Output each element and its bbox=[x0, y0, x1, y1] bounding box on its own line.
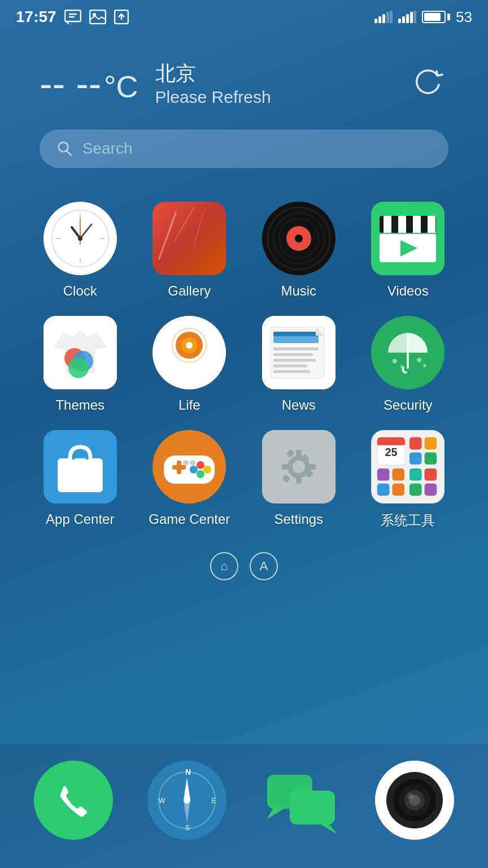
themes-icon bbox=[43, 316, 117, 389]
svg-rect-39 bbox=[413, 216, 421, 233]
svg-rect-97 bbox=[425, 437, 437, 450]
svg-rect-40 bbox=[428, 216, 435, 233]
svg-point-74 bbox=[197, 461, 204, 469]
svg-rect-83 bbox=[296, 450, 302, 458]
clock-icon bbox=[43, 202, 117, 275]
appcenter-icon bbox=[43, 430, 117, 504]
svg-rect-98 bbox=[409, 452, 422, 465]
svg-point-82 bbox=[293, 461, 305, 473]
svg-point-78 bbox=[183, 460, 189, 466]
search-icon bbox=[56, 140, 73, 158]
svg-point-77 bbox=[190, 466, 198, 474]
svg-rect-17 bbox=[413, 11, 416, 23]
svg-rect-99 bbox=[425, 452, 437, 465]
svg-point-34 bbox=[295, 235, 303, 242]
search-bar[interactable] bbox=[40, 129, 448, 168]
svg-marker-119 bbox=[267, 809, 284, 819]
status-left: 17:57 bbox=[16, 8, 129, 26]
svg-point-50 bbox=[186, 342, 193, 349]
svg-point-76 bbox=[197, 470, 204, 478]
dock-phone[interactable] bbox=[34, 761, 113, 840]
svg-point-46 bbox=[68, 358, 89, 378]
search-input[interactable] bbox=[82, 140, 432, 158]
app-label-clock: Clock bbox=[63, 283, 97, 299]
svg-point-65 bbox=[417, 358, 421, 362]
app-item-videos[interactable]: Videos bbox=[356, 202, 460, 299]
app-item-settings[interactable]: Settings bbox=[247, 430, 351, 530]
svg-rect-9 bbox=[378, 16, 381, 23]
chat-icon bbox=[264, 763, 338, 837]
app-item-systemtools[interactable]: 25 系统工具 bbox=[356, 430, 460, 530]
weather-info: 北京 Please Refresh bbox=[155, 60, 392, 107]
app-label-gallery: Gallery bbox=[168, 283, 211, 299]
security-icon bbox=[371, 316, 445, 389]
dock-camera[interactable] bbox=[375, 761, 454, 840]
compass-icon: N S W E bbox=[150, 763, 224, 837]
svg-rect-60 bbox=[273, 370, 310, 373]
svg-rect-105 bbox=[393, 484, 405, 496]
app-grid: Clock Gallery Music bbox=[0, 190, 488, 541]
signal2-icon bbox=[398, 11, 416, 23]
svg-rect-101 bbox=[393, 468, 405, 481]
svg-point-67 bbox=[423, 364, 426, 367]
svg-text:E: E bbox=[211, 797, 216, 805]
svg-rect-55 bbox=[273, 332, 319, 336]
svg-point-66 bbox=[400, 365, 404, 368]
temp-display: -- -- °C bbox=[40, 62, 138, 106]
page-indicator: ⌂ A bbox=[0, 552, 488, 580]
svg-rect-57 bbox=[273, 353, 313, 356]
svg-rect-73 bbox=[177, 461, 181, 474]
battery-icon bbox=[422, 11, 450, 23]
svg-rect-103 bbox=[425, 468, 437, 481]
battery-percent: 53 bbox=[456, 8, 472, 26]
app-item-security[interactable]: Security bbox=[356, 316, 460, 413]
gamecenter-icon bbox=[152, 430, 226, 504]
phone-icon bbox=[54, 780, 93, 820]
app-item-gamecenter[interactable]: Game Center bbox=[138, 430, 242, 530]
app-indicator[interactable]: A bbox=[250, 552, 278, 580]
app-item-life[interactable]: Life bbox=[138, 316, 242, 413]
status-bar: 17:57 bbox=[0, 0, 488, 32]
svg-rect-107 bbox=[425, 484, 437, 496]
weather-section: -- -- °C 北京 Please Refresh bbox=[0, 32, 488, 124]
svg-rect-120 bbox=[290, 791, 335, 824]
svg-point-79 bbox=[190, 460, 195, 466]
home-indicator[interactable]: ⌂ bbox=[210, 552, 238, 580]
app-item-themes[interactable]: Themes bbox=[28, 316, 132, 413]
app-label-music: Music bbox=[281, 283, 316, 299]
signal1-icon bbox=[374, 11, 393, 23]
gallery-icon bbox=[152, 202, 226, 275]
upload-icon bbox=[114, 10, 129, 24]
app-item-appcenter[interactable]: App Center bbox=[28, 430, 132, 530]
svg-point-128 bbox=[408, 793, 413, 799]
dock-chat[interactable] bbox=[262, 761, 341, 840]
life-icon bbox=[152, 316, 226, 389]
svg-rect-37 bbox=[384, 216, 391, 233]
app-item-news[interactable]: News bbox=[247, 316, 351, 413]
app-item-clock[interactable]: Clock bbox=[28, 202, 132, 299]
svg-rect-10 bbox=[382, 14, 385, 23]
app-label-gamecenter: Game Center bbox=[149, 511, 230, 527]
app-label-life: Life bbox=[178, 397, 201, 413]
weather-status: Please Refresh bbox=[155, 88, 392, 107]
refresh-button[interactable] bbox=[409, 64, 448, 103]
app-label-appcenter: App Center bbox=[46, 511, 114, 527]
svg-rect-15 bbox=[406, 14, 409, 23]
svg-rect-104 bbox=[377, 484, 390, 496]
svg-text:25: 25 bbox=[385, 446, 398, 458]
svg-rect-94 bbox=[377, 442, 405, 445]
svg-rect-12 bbox=[390, 11, 393, 23]
app-label-videos: Videos bbox=[387, 283, 429, 299]
svg-rect-85 bbox=[282, 464, 290, 470]
image-icon bbox=[89, 10, 106, 24]
news-icon bbox=[262, 316, 336, 389]
svg-rect-106 bbox=[409, 484, 422, 496]
svg-point-28 bbox=[78, 236, 82, 241]
refresh-icon bbox=[412, 67, 446, 101]
svg-rect-16 bbox=[410, 12, 413, 23]
dock: N S W E bbox=[0, 744, 488, 868]
svg-marker-121 bbox=[321, 824, 338, 835]
app-item-music[interactable]: Music bbox=[247, 202, 351, 299]
dock-compass[interactable]: N S W E bbox=[147, 761, 226, 840]
app-item-gallery[interactable]: Gallery bbox=[138, 202, 242, 299]
